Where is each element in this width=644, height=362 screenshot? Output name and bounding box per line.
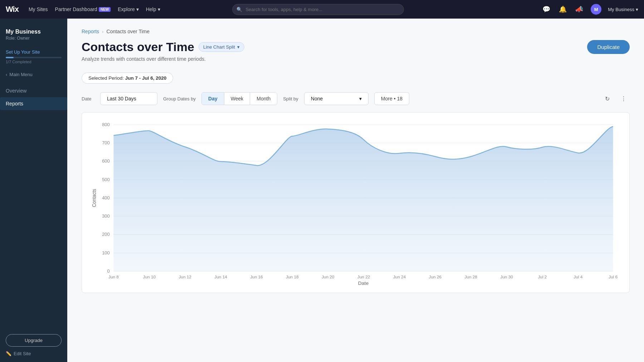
pencil-icon: ✏️ — [6, 351, 11, 356]
alert-icon[interactable]: 📣 — [574, 4, 584, 14]
nav-right-section: 💬 🔔 📣 M My Business ▾ — [541, 4, 638, 15]
svg-text:Jun 20: Jun 20 — [322, 275, 334, 279]
sidebar-business-info: My Business Role: Owner — [0, 24, 67, 46]
svg-text:400: 400 — [102, 195, 110, 200]
svg-text:Jun 10: Jun 10 — [143, 275, 156, 279]
top-navigation: Wix My Sites Partner Dashboard NEW Explo… — [0, 0, 644, 19]
progress-text: 1/7 Completed — [6, 60, 62, 64]
breadcrumb-separator: › — [102, 29, 103, 34]
filters-row: Date Last 30 Days Group Dates by Day Wee… — [82, 92, 630, 105]
svg-text:Jun 30: Jun 30 — [500, 275, 513, 279]
svg-text:Jun 14: Jun 14 — [214, 275, 227, 279]
svg-text:100: 100 — [102, 251, 110, 255]
chart-type-badge[interactable]: Line Chart Split ▾ — [199, 42, 244, 52]
page-subtitle: Analyze trends with contacts over differ… — [82, 56, 244, 62]
svg-text:Jun 24: Jun 24 — [393, 275, 406, 279]
sidebar-role: Role: Owner — [6, 36, 62, 41]
svg-text:Jul 2: Jul 2 — [538, 275, 547, 279]
sidebar-setup: Set Up Your Site 1/7 Completed — [0, 46, 67, 69]
sidebar: My Business Role: Owner Set Up Your Site… — [0, 19, 67, 362]
refresh-icon[interactable]: ↻ — [601, 93, 613, 105]
breadcrumb: Reports › Contacts over Time — [82, 29, 630, 34]
nav-explore[interactable]: Explore ▾ — [118, 6, 138, 12]
progress-bar — [6, 57, 62, 58]
new-badge: NEW — [99, 7, 111, 12]
group-btn-week[interactable]: Week — [224, 93, 250, 105]
page-title: Contacts over Time — [82, 40, 194, 54]
sidebar-main-menu-section: ‹ Main Menu — [0, 69, 67, 84]
svg-text:Jun 8: Jun 8 — [108, 275, 119, 279]
search-bar: 🔍 — [232, 4, 404, 15]
chevron-down-icon: ▾ — [158, 6, 160, 12]
group-dates-label: Group Dates by — [163, 96, 196, 101]
business-name-nav[interactable]: My Business ▾ — [608, 7, 638, 12]
chevron-down-icon: ▾ — [636, 7, 638, 12]
sidebar-business-name: My Business — [6, 29, 62, 35]
svg-text:800: 800 — [102, 122, 110, 127]
setup-site-link[interactable]: Set Up Your Site — [6, 49, 62, 55]
group-btn-month[interactable]: Month — [250, 93, 277, 105]
search-icon: 🔍 — [236, 7, 242, 12]
page-title-row: Contacts over Time Line Chart Split ▾ — [82, 40, 244, 54]
more-options-icon[interactable]: ⋮ — [618, 93, 630, 105]
title-section: Contacts over Time Line Chart Split ▾ An… — [82, 40, 244, 68]
chevron-down-icon: ▾ — [237, 44, 240, 50]
sidebar-bottom: Upgrade ✏️ Edit Site — [0, 328, 67, 362]
more-button[interactable]: More • 18 — [374, 92, 409, 105]
page-header: Contacts over Time Line Chart Split ▾ An… — [82, 40, 630, 68]
svg-text:700: 700 — [102, 140, 110, 145]
svg-text:Jul 6: Jul 6 — [609, 275, 618, 279]
date-dropdown[interactable]: Last 30 Days — [100, 92, 157, 105]
sidebar-item-overview[interactable]: Overview — [0, 84, 67, 97]
svg-text:Jun 22: Jun 22 — [357, 275, 370, 279]
duplicate-button[interactable]: Duplicate — [587, 40, 630, 54]
avatar: M — [591, 4, 601, 15]
svg-text:0: 0 — [107, 269, 110, 273]
chevron-down-icon: ▾ — [359, 96, 362, 101]
period-selector[interactable]: Selected Period: Jun 7 - Jul 6, 2020 — [82, 73, 173, 84]
svg-text:Contacts: Contacts — [92, 189, 97, 207]
sidebar-item-reports[interactable]: Reports — [0, 97, 67, 110]
bell-icon[interactable]: 🔔 — [558, 4, 568, 14]
breadcrumb-current: Contacts over Time — [106, 29, 150, 34]
svg-text:600: 600 — [102, 159, 110, 163]
chevron-down-icon: ▾ — [136, 6, 139, 12]
svg-text:Jun 12: Jun 12 — [179, 275, 191, 279]
split-by-dropdown[interactable]: None ▾ — [304, 92, 369, 105]
group-btn-day[interactable]: Day — [202, 93, 224, 105]
progress-fill — [6, 57, 14, 58]
chat-icon[interactable]: 💬 — [541, 4, 551, 14]
svg-text:Jun 18: Jun 18 — [286, 275, 298, 279]
svg-text:Jun 28: Jun 28 — [464, 275, 477, 279]
svg-text:Jun 26: Jun 26 — [429, 275, 441, 279]
nav-partner-dashboard[interactable]: Partner Dashboard NEW — [55, 6, 111, 12]
upgrade-button[interactable]: Upgrade — [6, 334, 62, 347]
svg-text:200: 200 — [102, 232, 110, 237]
svg-text:Jul 4: Jul 4 — [574, 275, 583, 279]
svg-text:Date: Date — [358, 281, 369, 286]
split-by-label: Split by — [283, 96, 298, 101]
svg-text:500: 500 — [102, 177, 110, 182]
svg-text:300: 300 — [102, 214, 110, 218]
line-chart-svg: 0 100 200 300 400 500 600 700 800 Cont — [91, 121, 621, 286]
wix-logo[interactable]: Wix — [6, 5, 19, 14]
search-input[interactable] — [232, 4, 404, 15]
edit-site-button[interactable]: ✏️ Edit Site — [6, 351, 62, 356]
nav-help[interactable]: Help ▾ — [146, 6, 160, 12]
group-dates-buttons: Day Week Month — [201, 92, 277, 105]
nav-my-sites[interactable]: My Sites — [29, 6, 48, 12]
chevron-left-icon: ‹ — [6, 72, 7, 77]
date-filter-label: Date — [82, 96, 94, 101]
main-content: Reports › Contacts over Time Contacts ov… — [67, 19, 644, 362]
breadcrumb-parent[interactable]: Reports — [82, 29, 99, 34]
chart-area: 0 100 200 300 400 500 600 700 800 Cont — [91, 121, 621, 286]
filters-actions: ↻ ⋮ — [601, 93, 630, 105]
main-menu-button[interactable]: ‹ Main Menu — [6, 72, 62, 77]
svg-text:Jun 16: Jun 16 — [250, 275, 263, 279]
chart-container: 0 100 200 300 400 500 600 700 800 Cont — [82, 112, 630, 293]
